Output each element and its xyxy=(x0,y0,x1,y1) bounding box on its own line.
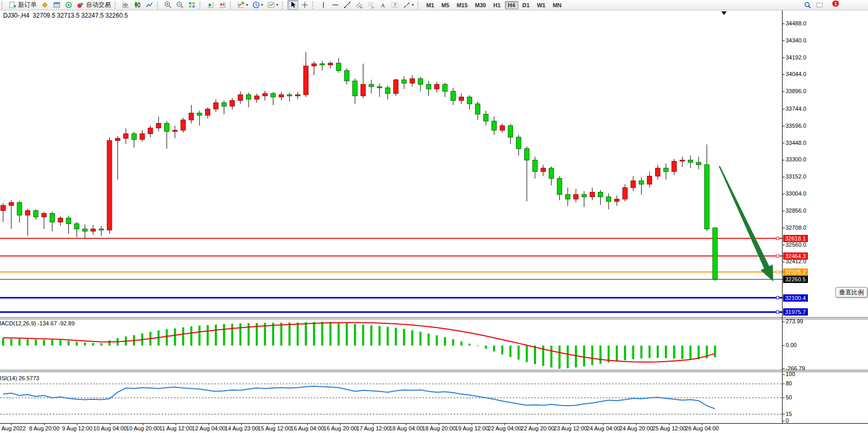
time-axis-tick: 18 Aug 04:00 xyxy=(389,425,423,431)
candlestick-chart-icon xyxy=(134,1,141,9)
price-axis-tick: 33896.0 xyxy=(786,88,806,94)
svg-text:E: E xyxy=(360,5,363,9)
dropdown-caret-icon: ▾ xyxy=(261,3,263,7)
price-line-tag: 32100.4 xyxy=(783,294,808,302)
toolbar-grip xyxy=(230,2,234,9)
horizontal-line-icon xyxy=(331,1,339,9)
svg-text:A: A xyxy=(381,2,385,8)
timeframe-m1-button[interactable]: M1 xyxy=(423,1,437,9)
indicators-button[interactable]: ▾ xyxy=(236,0,250,10)
svg-text:T: T xyxy=(394,3,396,8)
data-window-icon xyxy=(53,1,61,9)
line-chart-button[interactable] xyxy=(144,0,155,10)
timeframe-h4-button[interactable]: H4 xyxy=(505,1,518,9)
time-axis-tick: 9 Aug 12:00 xyxy=(62,425,93,431)
time-axis-tick: 11 Aug 12:00 xyxy=(159,425,192,431)
bar-chart-button[interactable] xyxy=(120,0,131,10)
time-axis-tick: 22 Aug 20:00 xyxy=(521,425,555,431)
equidistant-channel-button[interactable]: E xyxy=(354,0,365,10)
timeframe-d1-button[interactable]: D1 xyxy=(519,1,533,9)
macd-indicator-label: MACD(12,26,9) -134.67 -92.89 xyxy=(0,320,75,326)
chart-shift-icon xyxy=(219,1,226,9)
templates-icon xyxy=(267,1,275,9)
price-axis-tick: 32856.0 xyxy=(786,207,806,214)
market-watch-icon xyxy=(41,1,49,9)
trendline-icon xyxy=(343,1,351,9)
chart-shift-button[interactable] xyxy=(217,0,228,10)
price-axis-tick: 33004.0 xyxy=(786,190,806,197)
toolbar-grip xyxy=(157,2,161,9)
price-line-tag: 32260.5 xyxy=(783,276,808,283)
price-axis-tick: 33152.0 xyxy=(786,173,806,180)
tooltip-vertical-scale: 垂直比例 xyxy=(835,287,867,297)
timeframe-mn-button[interactable]: MN xyxy=(549,1,565,9)
timeframe-h1-button[interactable]: H1 xyxy=(490,1,503,9)
search-button[interactable] xyxy=(802,1,813,10)
autotrading-button[interactable]: 自动交易 xyxy=(75,0,112,10)
navigator-button[interactable] xyxy=(63,0,74,10)
macd-axis-tick: 273.99 xyxy=(786,318,803,324)
zoom-out-button[interactable] xyxy=(175,0,185,10)
price-axis-tick: 32560.0 xyxy=(786,242,806,248)
equidistant-channel-icon: E xyxy=(355,1,363,9)
market-watch-button[interactable] xyxy=(39,0,50,10)
time-axis-tick: 24 Aug 20:00 xyxy=(619,425,653,431)
vertical-line-icon xyxy=(320,1,327,9)
toolbar-grip xyxy=(2,2,5,9)
rsi-axis-tick: 100 xyxy=(786,371,795,377)
time-axis-tick: 14 Aug 23:00 xyxy=(225,425,258,431)
auto-scroll-button[interactable] xyxy=(205,0,216,10)
arrows-icon xyxy=(403,1,411,9)
chart-graphics[interactable] xyxy=(0,0,868,433)
rsi-indicator-label: RSI(14) 26.5773 xyxy=(0,375,39,381)
candlestick-chart-button[interactable] xyxy=(132,0,143,10)
chart-ohlc-title: DJ30-,H4 32709.5 32713.5 32247.5 32260.5 xyxy=(3,12,128,19)
periods-button[interactable]: ▾ xyxy=(251,0,265,10)
chat-button[interactable]: 1 xyxy=(814,1,825,10)
cursor-button[interactable] xyxy=(287,0,298,10)
time-axis-tick: 26 Aug 04:00 xyxy=(685,425,719,431)
text-button[interactable]: A xyxy=(378,0,388,10)
rsi-axis-tick: 80 xyxy=(786,380,792,386)
rsi-axis-tick: 50 xyxy=(786,394,792,400)
timeframe-w1-button[interactable]: W1 xyxy=(534,1,549,9)
price-line-tag: 32618.1 xyxy=(783,235,808,242)
line-chart-icon xyxy=(146,1,153,9)
fibonacci-button[interactable]: F xyxy=(366,0,377,10)
time-axis-tick: 19 Aug 12:00 xyxy=(455,425,489,431)
dropdown-caret-icon: ▾ xyxy=(276,3,278,7)
zoom-out-icon xyxy=(176,1,184,9)
price-line-tag: 31975.7 xyxy=(783,308,808,316)
new-order-button[interactable]: 新订单 xyxy=(7,0,38,10)
zoom-in-icon xyxy=(164,1,172,9)
dropdown-caret-icon: ▾ xyxy=(246,3,248,7)
timeframe-m30-button[interactable]: M30 xyxy=(472,1,489,9)
price-axis-tick: 34340.0 xyxy=(786,37,806,43)
horizontal-line-button[interactable] xyxy=(330,0,341,10)
price-axis-tick: 34192.0 xyxy=(786,54,806,61)
data-window-button[interactable] xyxy=(51,0,62,10)
cursor-icon xyxy=(289,1,297,9)
text-label-button[interactable]: T xyxy=(389,0,400,10)
arrows-button[interactable]: ▾ xyxy=(401,0,415,10)
macd-axis-tick: 0.00 xyxy=(786,342,797,348)
trendline-button[interactable] xyxy=(342,0,353,10)
price-axis-tick: 33448.0 xyxy=(786,140,806,146)
price-axis-tick: 33300.0 xyxy=(786,156,806,162)
time-axis-tick: 16 Aug 20:00 xyxy=(324,425,357,431)
vertical-line-button[interactable] xyxy=(318,0,329,10)
toolbar-grip xyxy=(282,2,285,9)
toolbar-grip xyxy=(114,2,118,9)
zoom-in-button[interactable] xyxy=(163,0,173,10)
ohlc-values: 32709.5 32713.5 32247.5 32260.5 xyxy=(33,12,128,19)
crosshair-button[interactable] xyxy=(299,0,310,10)
timeframe-m15-button[interactable]: M15 xyxy=(454,1,471,9)
time-axis-tick: 17 Aug 12:00 xyxy=(356,425,390,431)
tile-windows-button[interactable] xyxy=(186,0,197,10)
timeframe-m5-button[interactable]: M5 xyxy=(438,1,452,9)
price-line-tag: 32325.2 xyxy=(783,268,808,276)
macd-axis-tick: -266.79 xyxy=(786,365,805,371)
time-axis-tick: 8 Aug 20:00 xyxy=(29,425,60,431)
notification-badge: 1 xyxy=(832,1,839,7)
templates-button[interactable]: ▾ xyxy=(266,0,280,10)
